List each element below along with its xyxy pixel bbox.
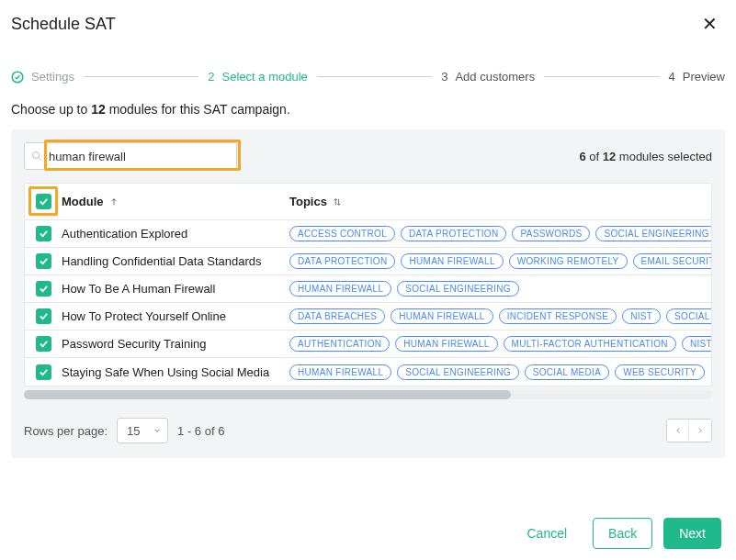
topic-tag[interactable]: INCIDENT RESPONSE <box>499 308 617 324</box>
close-button[interactable]: ✕ <box>698 11 721 37</box>
step-label: Settings <box>31 70 74 84</box>
modal-title: Schedule SAT <box>11 15 116 34</box>
topic-tag[interactable]: DATA PROTECTION <box>289 253 395 269</box>
row-checkbox[interactable] <box>36 364 51 380</box>
horizontal-scrollbar[interactable] <box>24 390 712 399</box>
step-select-module[interactable]: 2 Select a module <box>208 70 307 84</box>
step-label: Preview <box>683 70 725 84</box>
table-row: Handling Confidential Data StandardsDATA… <box>25 248 711 275</box>
row-checkbox[interactable] <box>36 226 51 241</box>
topic-tag[interactable]: EMAIL SECURITY <box>633 253 712 269</box>
scrollbar-thumb[interactable] <box>24 390 511 399</box>
topic-tag[interactable]: MULTI-FACTOR AUTHENTICATION <box>504 336 676 352</box>
column-header-module[interactable]: Module <box>62 195 289 208</box>
module-name: Handling Confidential Data Standards <box>62 254 289 268</box>
page-range: 1 - 6 of 6 <box>177 424 224 438</box>
stepper: Settings 2 Select a module 3 Add custome… <box>0 44 736 102</box>
chevron-right-icon <box>696 424 705 438</box>
table-header: Module Topics <box>25 184 711 220</box>
page-next-button[interactable] <box>689 420 711 442</box>
table-row: How To Be A Human FirewallHUMAN FIREWALL… <box>25 275 711 303</box>
step-number: 2 <box>208 70 214 84</box>
sort-asc-icon <box>109 196 119 207</box>
step-preview[interactable]: 4 Preview <box>669 70 725 84</box>
module-topics: DATA PROTECTIONHUMAN FIREWALLWORKING REM… <box>289 253 711 269</box>
topic-tag[interactable]: HUMAN FIREWALL <box>391 308 493 324</box>
module-topics: HUMAN FIREWALLSOCIAL ENGINEERINGSOCIAL M… <box>289 364 711 380</box>
row-checkbox[interactable] <box>36 336 51 352</box>
step-divider <box>84 76 198 77</box>
row-checkbox[interactable] <box>36 281 51 297</box>
step-divider <box>544 76 659 77</box>
step-number: 4 <box>669 70 675 84</box>
back-button[interactable]: Back <box>593 518 652 549</box>
topic-tag[interactable]: NIST <box>682 336 711 352</box>
table-row: Authentication ExploredACCESS CONTROLDAT… <box>25 220 711 248</box>
module-topics: AUTHENTICATIONHUMAN FIREWALLMULTI-FACTOR… <box>289 336 711 352</box>
module-name: Password Security Training <box>62 337 289 351</box>
check-circle-icon <box>11 71 24 84</box>
topic-tag[interactable]: WEB SECURITY <box>615 364 705 380</box>
search-input[interactable] <box>24 142 237 170</box>
rows-per-page-select[interactable]: 15 <box>117 418 168 443</box>
topic-tag[interactable]: SOCIAL ENGINEERING <box>595 226 711 241</box>
topic-tag[interactable]: PASSWORDS <box>512 226 590 241</box>
topic-tag[interactable]: AUTHENTICATION <box>289 336 390 352</box>
selected-count: 6 of 12 modules selected <box>579 150 712 163</box>
module-topics: HUMAN FIREWALLSOCIAL ENGINEERING <box>289 281 711 297</box>
topic-tag[interactable]: DATA PROTECTION <box>401 226 506 241</box>
chevron-down-icon <box>153 424 162 438</box>
select-all-checkbox[interactable] <box>36 194 51 209</box>
topic-tag[interactable]: HUMAN FIREWALL <box>289 364 391 380</box>
topic-tag[interactable]: HUMAN FIREWALL <box>289 281 391 297</box>
page-prev-button[interactable] <box>667 420 689 442</box>
table-row: Staying Safe When Using Social MediaHUMA… <box>25 358 711 386</box>
topic-tag[interactable]: SOCIAL MEDIA <box>525 364 609 380</box>
step-add-customers[interactable]: 3 Add customers <box>441 70 535 84</box>
table-row: How To Protect Yourself OnlineDATA BREAC… <box>25 303 711 330</box>
step-divider <box>317 76 432 77</box>
module-topics: DATA BREACHESHUMAN FIREWALLINCIDENT RESP… <box>289 308 711 324</box>
chevron-left-icon <box>674 424 683 438</box>
module-name: How To Protect Yourself Online <box>62 309 289 323</box>
module-name: Authentication Explored <box>62 227 289 241</box>
instruction-text: Choose up to 12 modules for this SAT cam… <box>0 102 736 129</box>
step-label: Select a module <box>222 70 308 84</box>
topic-tag[interactable]: SOCIAL ENGINEERING <box>397 281 519 297</box>
step-settings[interactable]: Settings <box>11 70 74 84</box>
topic-tag[interactable]: HUMAN FIREWALL <box>395 336 497 352</box>
cancel-button[interactable]: Cancel <box>512 518 582 549</box>
topic-tag[interactable]: NIST <box>622 308 661 324</box>
module-panel: 6 of 12 modules selected Module Topics <box>11 129 725 458</box>
step-number: 3 <box>441 70 447 84</box>
rows-per-page-label: Rows per page: <box>24 424 108 438</box>
module-name: How To Be A Human Firewall <box>62 282 289 296</box>
topic-tag[interactable]: HUMAN FIREWALL <box>401 253 503 269</box>
next-button[interactable]: Next <box>663 518 721 549</box>
topic-tag[interactable]: SOCIAL ENGINEERING <box>397 364 519 380</box>
pager <box>666 419 712 442</box>
topic-tag[interactable]: WORKING REMOTELY <box>509 253 628 269</box>
table-row: Password Security TrainingAUTHENTICATION… <box>25 330 711 358</box>
module-name: Staying Safe When Using Social Media <box>62 365 289 379</box>
module-table: Module Topics Authentication ExploredACC… <box>24 183 712 386</box>
row-checkbox[interactable] <box>36 253 51 269</box>
close-icon: ✕ <box>702 14 718 34</box>
module-topics: ACCESS CONTROLDATA PROTECTIONPASSWORDSSO… <box>289 226 711 241</box>
step-label: Add customers <box>455 70 535 84</box>
topic-tag[interactable]: ACCESS CONTROL <box>289 226 395 241</box>
column-header-topics[interactable]: Topics <box>289 195 711 208</box>
topic-tag[interactable]: DATA BREACHES <box>289 308 385 324</box>
sort-icon <box>333 196 342 207</box>
row-checkbox[interactable] <box>36 308 51 324</box>
topic-tag[interactable]: SOCIAL MEDIA <box>666 308 711 324</box>
